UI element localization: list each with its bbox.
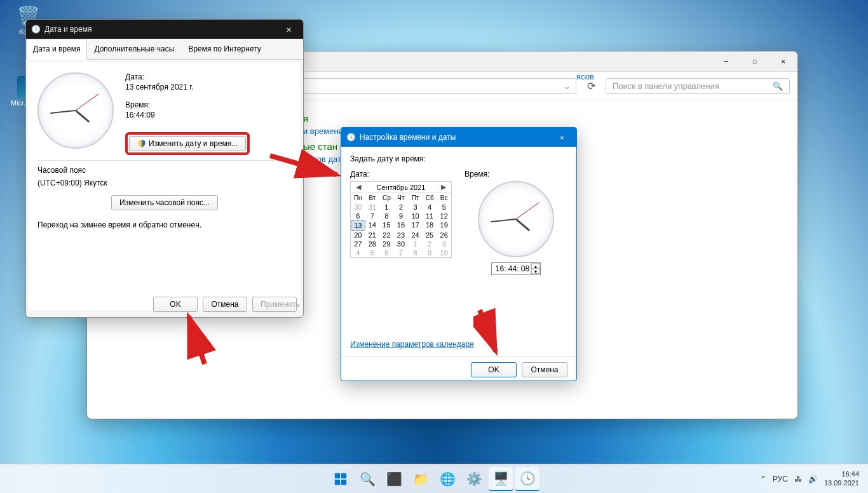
date-label: Дата:: [125, 72, 292, 81]
volume-icon[interactable]: 🔊: [808, 475, 818, 483]
calendar-dow: Вт: [365, 193, 380, 203]
calendar-day[interactable]: 18: [423, 220, 437, 231]
tab-datetime[interactable]: Дата и время: [26, 39, 87, 60]
change-timezone-button[interactable]: Изменить часовой пояс...: [111, 195, 218, 210]
calendar-day[interactable]: 6: [379, 248, 394, 257]
calendar-day[interactable]: 3: [408, 203, 423, 212]
calendar[interactable]: ◀ Сентябрь 2021 ▶ ПнВтСрЧтПтСбВс 3031123…: [350, 181, 452, 258]
calendar-day[interactable]: 8: [379, 212, 394, 220]
titlebar[interactable]: 🕓 Дата и время ✕: [26, 20, 303, 39]
calendar-day[interactable]: 11: [423, 212, 437, 220]
taskbar[interactable]: 🔍 ⬛ 📁 🌐 ⚙️ 🖥️ 🕓 ⌃ РУС 🖧 🔊 16:44 13.09.20…: [0, 464, 868, 493]
calendar-day[interactable]: 7: [365, 212, 380, 220]
calendar-dow: Сб: [423, 193, 437, 203]
calendar-day[interactable]: 9: [423, 248, 437, 257]
svg-rect-5: [335, 479, 340, 484]
calendar-day[interactable]: 19: [437, 220, 451, 231]
calendar-day[interactable]: 15: [379, 220, 394, 231]
ok-button[interactable]: OK: [471, 362, 517, 377]
titlebar[interactable]: 🕓 Настройка времени и даты ✕: [341, 128, 576, 147]
date-value: 13 сентября 2021 г.: [125, 83, 292, 91]
edge-button[interactable]: 🌐: [435, 467, 459, 491]
calendar-dow: Ср: [379, 193, 394, 203]
analog-clock-small: [478, 181, 554, 257]
calendar-day[interactable]: 23: [394, 231, 409, 240]
settings-app-icon[interactable]: ⚙️: [462, 467, 486, 491]
calendar-day[interactable]: 3: [437, 240, 451, 248]
calendar-day[interactable]: 10: [437, 248, 451, 257]
ok-button[interactable]: OK: [153, 297, 198, 312]
spinner-down[interactable]: ▼: [531, 268, 540, 274]
calendar-day[interactable]: 8: [408, 248, 423, 257]
search-button[interactable]: 🔍: [355, 467, 379, 491]
svg-rect-3: [335, 473, 340, 478]
calendar-day[interactable]: 21: [365, 231, 380, 240]
calendar-day[interactable]: 1: [379, 203, 394, 212]
tab-internet-time[interactable]: Время по Интернету: [181, 39, 268, 59]
calendar-day[interactable]: 6: [351, 212, 365, 220]
maximize-button[interactable]: ☐: [740, 52, 769, 71]
cancel-button[interactable]: Отмена: [203, 297, 247, 312]
prev-month-button[interactable]: ◀: [353, 183, 363, 191]
calendar-day[interactable]: 22: [379, 231, 394, 240]
cancel-button[interactable]: Отмена: [522, 362, 567, 377]
dialog-footer: OK Отмена: [341, 356, 576, 381]
calendar-day[interactable]: 31: [365, 203, 380, 212]
calendar-day[interactable]: 5: [437, 203, 451, 212]
tray-chevron-icon[interactable]: ⌃: [760, 475, 766, 483]
close-button[interactable]: ✕: [275, 20, 303, 39]
calendar-day[interactable]: 24: [408, 231, 423, 240]
time-value: 16:44:09: [125, 111, 292, 119]
calendar-day[interactable]: 28: [365, 240, 380, 248]
calendar-day[interactable]: 7: [394, 248, 409, 257]
refresh-button[interactable]: ⟳: [581, 80, 600, 92]
calendar-day[interactable]: 2: [394, 203, 409, 212]
tray-clock[interactable]: 16:44 13.09.2021: [824, 470, 859, 487]
tab-additional-clocks[interactable]: Дополнительные часы: [87, 39, 181, 59]
calendar-day[interactable]: 27: [351, 240, 365, 248]
calendar-day[interactable]: 12: [437, 212, 451, 220]
calendar-day[interactable]: 9: [394, 212, 409, 220]
time-input[interactable]: 16: 44: 08 ▲ ▼: [491, 262, 541, 275]
close-button[interactable]: ✕: [769, 52, 797, 71]
next-month-button[interactable]: ▶: [438, 183, 449, 191]
calendar-day[interactable]: 4: [351, 248, 365, 257]
start-button[interactable]: [329, 467, 353, 491]
calendar-settings-link[interactable]: Изменение параметров календаря: [350, 340, 474, 349]
calendar-day[interactable]: 20: [351, 231, 365, 240]
calendar-day[interactable]: 16: [394, 220, 409, 231]
window-title: Дата и время: [44, 25, 92, 34]
apply-button: Применить: [252, 297, 297, 312]
calendar-day[interactable]: 17: [408, 220, 423, 231]
calendar-day[interactable]: 13: [351, 220, 365, 231]
task-view-button[interactable]: ⬛: [382, 467, 406, 491]
calendar-day[interactable]: 2: [423, 240, 437, 248]
calendar-day[interactable]: 30: [351, 203, 365, 212]
calendar-day[interactable]: 4: [423, 203, 437, 212]
calendar-day[interactable]: 10: [408, 212, 423, 220]
link-tz[interactable]: ясов: [576, 72, 594, 81]
calendar-day[interactable]: 25: [423, 231, 437, 240]
search-input[interactable]: Поиск в панели управления 🔍: [606, 78, 790, 94]
clock-icon: 🕓: [346, 133, 356, 142]
calendar-day[interactable]: 1: [408, 240, 423, 248]
control-panel-taskbar-icon[interactable]: 🖥️: [489, 467, 513, 491]
chevron-down-icon[interactable]: ⌄: [564, 81, 571, 91]
explorer-button[interactable]: 📁: [409, 467, 433, 491]
tray-date: 13.09.2021: [824, 479, 859, 487]
date-label: Дата:: [350, 170, 453, 179]
calendar-day[interactable]: 29: [379, 240, 394, 248]
network-icon[interactable]: 🖧: [794, 475, 802, 483]
minimize-button[interactable]: ─: [712, 52, 740, 71]
set-datetime-heading: Задать дату и время:: [350, 154, 567, 163]
change-date-time-button[interactable]: Изменить дату и время...: [129, 136, 246, 151]
datetime-taskbar-icon[interactable]: 🕓: [515, 467, 539, 491]
window-title: Настройка времени и даты: [360, 133, 456, 142]
close-button[interactable]: ✕: [548, 128, 576, 147]
calendar-day[interactable]: 26: [437, 231, 451, 240]
tray-language[interactable]: РУС: [773, 475, 788, 483]
calendar-day[interactable]: 5: [365, 248, 380, 257]
time-label: Время:: [125, 100, 292, 109]
calendar-day[interactable]: 14: [365, 220, 380, 231]
calendar-day[interactable]: 30: [394, 240, 409, 248]
